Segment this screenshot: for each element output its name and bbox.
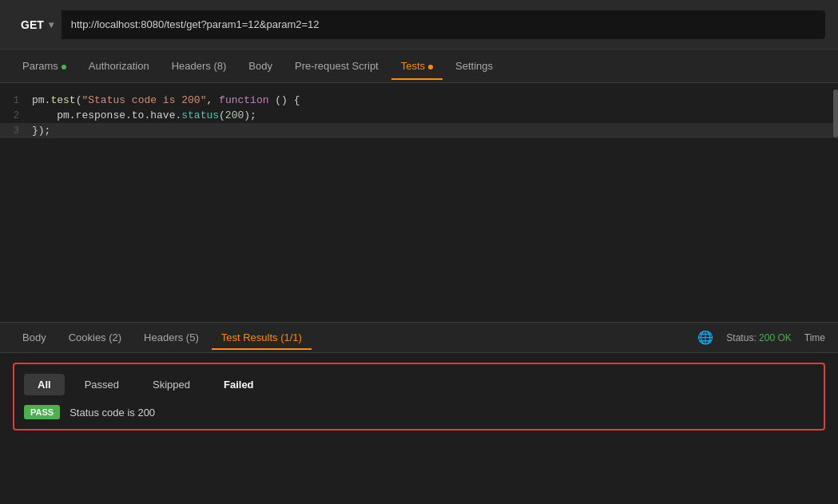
- line-number-1: 1: [0, 95, 32, 106]
- tab-body[interactable]: Body: [239, 52, 282, 80]
- filter-passed[interactable]: Passed: [71, 374, 133, 395]
- test-results-area: All Passed Skipped Failed PASS Status co…: [0, 353, 838, 504]
- test-name: Status code is 200: [70, 407, 155, 419]
- status-value: 200 OK: [759, 332, 792, 343]
- method-selector[interactable]: GET ▾: [13, 14, 62, 36]
- globe-icon: 🌐: [697, 330, 713, 345]
- line-number-3: 3: [0, 125, 32, 137]
- tests-dot: [428, 65, 433, 69]
- method-label: GET: [21, 18, 44, 31]
- tab-cookies[interactable]: Cookies (2): [59, 325, 131, 350]
- code-line-3: 3 });: [0, 123, 838, 138]
- filter-failed[interactable]: Failed: [210, 374, 268, 395]
- url-input[interactable]: [62, 10, 825, 39]
- method-chevron-icon: ▾: [49, 19, 54, 30]
- tab-headers[interactable]: Headers (8): [162, 52, 236, 80]
- filter-all[interactable]: All: [24, 374, 65, 395]
- filter-skipped[interactable]: Skipped: [139, 374, 204, 395]
- params-dot: [62, 65, 66, 69]
- url-bar: GET ▾: [0, 0, 838, 50]
- tab-params[interactable]: Params: [13, 52, 76, 80]
- tab-tests[interactable]: Tests: [391, 52, 443, 80]
- line-number-2: 2: [0, 110, 32, 121]
- test-results-box: All Passed Skipped Failed PASS Status co…: [13, 363, 825, 431]
- bottom-tabs: Body Cookies (2) Headers (5) Test Result…: [0, 323, 838, 353]
- top-tabs: Params Authorization Headers (8) Body Pr…: [0, 50, 838, 83]
- code-line-2: 2 pm.response.to.have.status(200);: [0, 108, 838, 123]
- code-line-1: 1 pm.test("Status code is 200", function…: [0, 93, 838, 108]
- code-editor[interactable]: 1 pm.test("Status code is 200", function…: [0, 83, 838, 323]
- tab-response-headers[interactable]: Headers (5): [134, 325, 209, 350]
- time-label: Time: [804, 332, 825, 343]
- filter-tabs: All Passed Skipped Failed: [24, 374, 814, 395]
- tab-test-results[interactable]: Test Results (1/1): [212, 325, 312, 350]
- tab-settings[interactable]: Settings: [446, 52, 502, 80]
- bottom-panel: Body Cookies (2) Headers (5) Test Result…: [0, 323, 838, 504]
- pass-badge: PASS: [24, 405, 60, 419]
- tab-authorization[interactable]: Authorization: [79, 52, 159, 80]
- status-label: Status: 200 OK: [726, 332, 791, 343]
- scrollbar[interactable]: [833, 89, 838, 137]
- tab-response-body[interactable]: Body: [13, 325, 56, 350]
- tab-prerequest[interactable]: Pre-request Script: [285, 52, 388, 80]
- status-info: 🌐 Status: 200 OK Time: [697, 330, 825, 345]
- test-result-row: PASS Status code is 200: [24, 405, 814, 419]
